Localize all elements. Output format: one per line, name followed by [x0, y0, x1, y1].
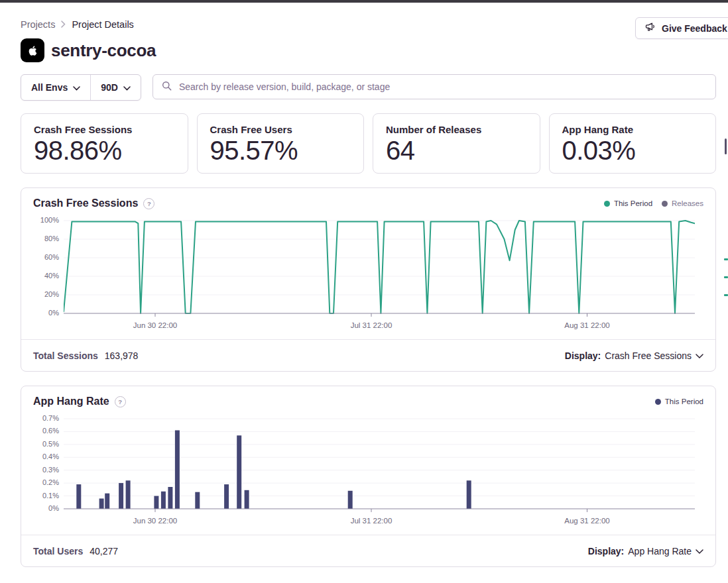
legend-dot-icon [662, 201, 668, 207]
legend-item[interactable]: This Period [655, 398, 703, 405]
filter-bar: All Envs 90D [21, 74, 716, 101]
page-title: sentry-cocoa [51, 40, 156, 61]
stat-card-crash-free-users: Crash Free Users 95.57% [197, 113, 365, 174]
chart-title-wrap: Crash Free Sessions ? [33, 197, 154, 209]
legend-dot-icon [604, 201, 610, 207]
y-tick-label: 20% [44, 290, 59, 298]
stat-label: Crash Free Users [210, 124, 351, 135]
line-plot[interactable]: Jun 30 22:00Jul 31 22:00Aug 31 22:00 [64, 217, 695, 335]
chart-title: App Hang Rate [33, 396, 109, 407]
y-axis-labels: 0%0.1%0.2%0.3%0.4%0.5%0.6%0.7% [21, 415, 64, 513]
chart-footer: Total Sessions 163,978 Display: Crash Fr… [21, 339, 715, 371]
page-header: Projects Project Details Give Feedback [21, 19, 716, 30]
page-filter-group: All Envs 90D [21, 74, 141, 101]
y-tick-label: 0.5% [42, 440, 59, 448]
y-tick-label: 0.1% [42, 492, 59, 500]
chevron-down-icon [123, 82, 131, 93]
clipped-sparkline-fragment [724, 258, 728, 260]
y-tick-label: 0.6% [42, 427, 59, 435]
give-feedback-label: Give Feedback [662, 23, 727, 34]
y-tick-label: 0.2% [42, 478, 59, 486]
total-sessions-value: 163,978 [105, 350, 139, 361]
y-tick-label: 100% [40, 216, 59, 224]
x-axis-labels: Jun 30 22:00Jul 31 22:00Aug 31 22:00 [64, 319, 695, 335]
legend-dot-icon [655, 399, 661, 405]
display-value: App Hang Rate [628, 546, 692, 556]
clipped-sparkline-fragment [724, 276, 728, 278]
stat-card-app-hang-rate: App Hang Rate 0.03% [549, 113, 717, 174]
stat-label: Crash Free Sessions [34, 124, 175, 135]
chevron-down-icon [696, 546, 703, 556]
chevron-right-icon [61, 19, 66, 30]
y-tick-label: 0.3% [42, 466, 59, 474]
app-hang-rate-chart-card: App Hang Rate ? This Period 0%0.1%0.2%0.… [21, 386, 716, 567]
y-tick-label: 0.4% [42, 452, 59, 460]
stat-value: 0.03% [562, 136, 703, 164]
x-tick-label: Jun 30 22:00 [133, 321, 178, 329]
chart-title: Crash Free Sessions [33, 197, 138, 209]
bar-plot[interactable]: Jun 30 22:00Jul 31 22:00Aug 31 22:00 [64, 415, 695, 530]
x-tick-label: Jun 30 22:00 [133, 517, 178, 525]
clipped-sparkline-fragment [724, 294, 728, 296]
x-tick-label: Aug 31 22:00 [564, 321, 609, 329]
megaphone-icon [645, 22, 656, 34]
breadcrumb: Projects Project Details [21, 19, 134, 30]
chart-legend: This Period [655, 398, 703, 405]
legend-item[interactable]: Releases [662, 199, 703, 207]
apple-icon [21, 38, 44, 62]
total-users: Total Users 40,277 [33, 546, 118, 556]
breadcrumb-current: Project Details [72, 19, 133, 30]
total-users-value: 40,277 [90, 546, 118, 556]
chevron-down-icon [73, 82, 80, 93]
chart-footer: Total Users 40,277 Display: App Hang Rat… [21, 535, 715, 566]
x-tick-label: Aug 31 22:00 [564, 517, 609, 525]
search-input[interactable] [178, 81, 707, 93]
search-icon [162, 81, 172, 93]
stats-row: Crash Free Sessions 98.86% Crash Free Us… [21, 113, 716, 174]
y-tick-label: 80% [44, 235, 59, 242]
environment-selector[interactable]: All Envs [21, 75, 90, 100]
stat-card-number-of-releases: Number of Releases 64 [373, 113, 540, 174]
date-range-label: 90D [101, 82, 118, 93]
display-selector[interactable]: Display: Crash Free Sessions [565, 350, 703, 361]
x-axis-labels: Jun 30 22:00Jul 31 22:00Aug 31 22:00 [64, 514, 695, 530]
y-tick-label: 60% [44, 253, 59, 261]
display-label: Display: [565, 350, 601, 361]
display-selector[interactable]: Display: App Hang Rate [588, 546, 703, 556]
chart-header: App Hang Rate ? This Period [21, 386, 715, 407]
x-tick-label: Jul 31 22:00 [351, 517, 393, 525]
y-tick-label: 40% [44, 272, 59, 280]
clipped-scrollbar-fragment [725, 138, 727, 154]
top-border-bar [0, 0, 728, 3]
y-axis-labels: 0%20%40%60%80%100% [21, 217, 64, 317]
release-search[interactable] [152, 74, 716, 99]
display-value: Crash Free Sessions [605, 350, 692, 361]
app-hang-rate-chart: 0%0.1%0.2%0.3%0.4%0.5%0.6%0.7% Jun 30 22… [21, 415, 715, 530]
stat-value: 98.86% [34, 136, 175, 164]
give-feedback-button[interactable]: Give Feedback [635, 17, 728, 39]
y-tick-label: 0% [48, 504, 59, 512]
legend-item[interactable]: This Period [604, 199, 652, 207]
chart-header: Crash Free Sessions ? This PeriodRelease… [21, 188, 715, 209]
total-sessions: Total Sessions 163,978 [33, 350, 138, 361]
help-icon[interactable]: ? [143, 198, 154, 209]
stat-label: App Hang Rate [562, 124, 703, 135]
crash-free-sessions-chart-card: Crash Free Sessions ? This PeriodRelease… [21, 187, 716, 372]
y-tick-label: 0% [48, 309, 59, 317]
stat-value: 64 [386, 136, 527, 164]
display-label: Display: [588, 546, 624, 556]
y-tick-label: 0.7% [42, 414, 59, 422]
stat-label: Number of Releases [386, 124, 527, 135]
stat-card-crash-free-sessions: Crash Free Sessions 98.86% [21, 113, 188, 174]
date-range-selector[interactable]: 90D [91, 75, 141, 100]
chart-title-wrap: App Hang Rate ? [33, 396, 126, 407]
stat-value: 95.57% [210, 136, 351, 164]
environment-selector-label: All Envs [31, 82, 68, 93]
total-users-label: Total Users [33, 546, 83, 556]
help-icon[interactable]: ? [115, 396, 126, 407]
project-title-row: sentry-cocoa [21, 38, 716, 62]
total-sessions-label: Total Sessions [33, 350, 98, 361]
breadcrumb-projects-link[interactable]: Projects [21, 19, 55, 30]
x-tick-label: Jul 31 22:00 [351, 321, 393, 329]
chevron-down-icon [696, 350, 703, 361]
